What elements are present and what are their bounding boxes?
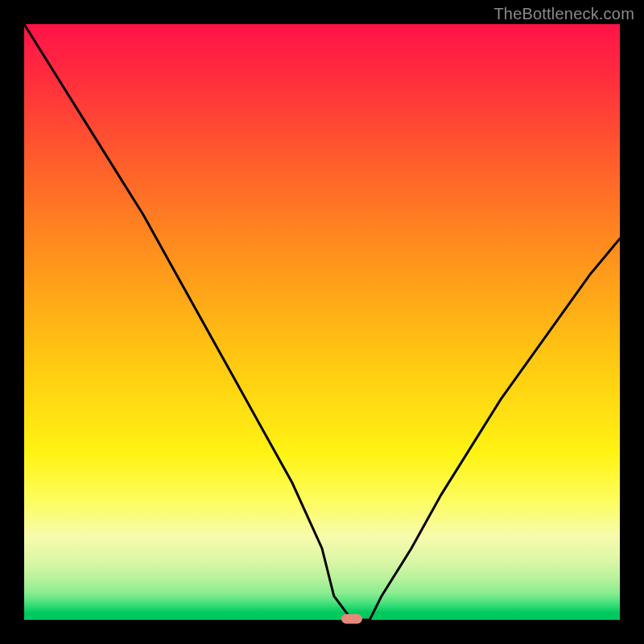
chart-frame: TheBottleneck.com [0,0,644,644]
optimal-point-marker [341,614,362,624]
bottleneck-curve [24,24,620,620]
watermark-text: TheBottleneck.com [493,5,634,23]
plot-area [24,24,620,620]
